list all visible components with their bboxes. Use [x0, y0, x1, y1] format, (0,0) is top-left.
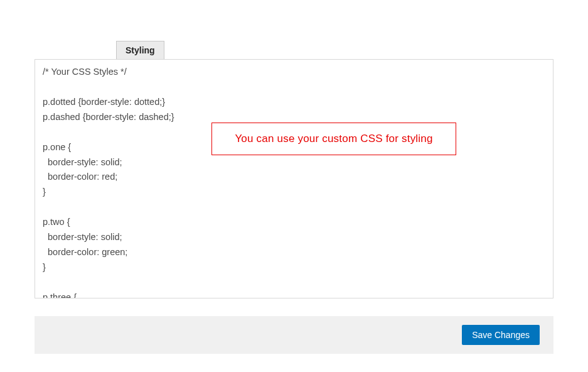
footer-bar: Save Changes	[35, 316, 553, 354]
settings-container: Styling You can use your custom CSS for …	[35, 41, 553, 298]
tab-bar: Styling	[35, 41, 553, 59]
tab-styling[interactable]: Styling	[116, 41, 164, 59]
save-changes-button[interactable]: Save Changes	[462, 325, 540, 345]
css-editor[interactable]	[35, 60, 553, 298]
css-panel: You can use your custom CSS for styling	[35, 59, 553, 298]
